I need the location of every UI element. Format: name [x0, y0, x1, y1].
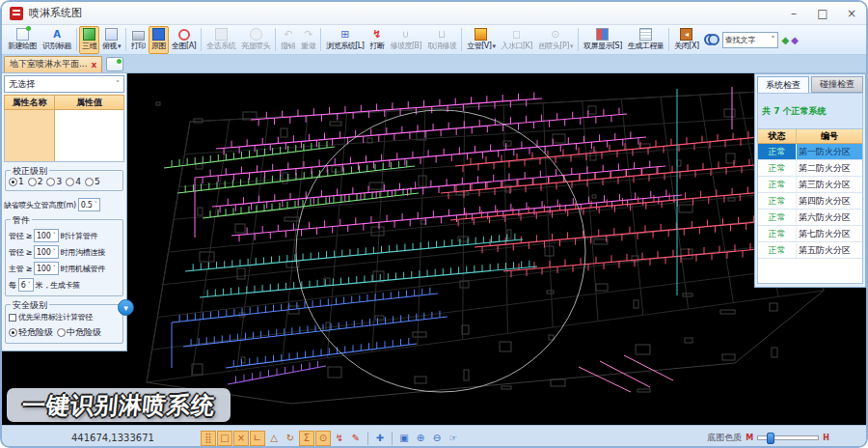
property-grid-name-column — [5, 110, 55, 161]
cube-3d-icon — [83, 28, 95, 41]
pen-icon[interactable]: ✎ — [348, 431, 364, 446]
riser-button[interactable]: 立管[V]▾ — [464, 26, 498, 54]
rotate-snap-icon[interactable]: ↻ — [283, 431, 298, 446]
select-all-systems-button[interactable]: 全选系统 — [203, 26, 238, 54]
chevron-down-icon[interactable]: ▾ — [570, 42, 573, 51]
light-hazard-radio[interactable]: 轻危险级 — [9, 326, 53, 339]
default-riser-label: 缺省喷头立管高度(m) — [4, 200, 76, 210]
brightness-slider-thumb[interactable] — [767, 433, 774, 444]
chevron-down-icon[interactable]: ▾ — [492, 42, 495, 51]
background-brightness-control: 底图色质 M H — [707, 432, 829, 444]
correction-radio-1[interactable]: 1 — [9, 177, 24, 186]
slope-icon: ∪ — [399, 28, 412, 41]
tab-system-check[interactable]: 系统检查 — [757, 76, 809, 93]
zoom-in-icon[interactable]: ⊕ — [413, 431, 428, 446]
minimize-button[interactable]: – — [779, 3, 808, 24]
view-3d-button[interactable]: 三维 — [79, 26, 99, 54]
property-name-header: 属性名称 — [4, 95, 54, 110]
correction-radio-2[interactable]: 2 — [28, 177, 43, 186]
document-tab[interactable]: 地下室喷淋水平面... x — [4, 56, 102, 72]
drawing-canvas[interactable] — [2, 73, 866, 425]
cross-snap-icon[interactable]: × — [233, 431, 249, 446]
sum-icon[interactable]: Σ — [299, 431, 314, 446]
promo-caption: 一键识别淋喷系统 — [7, 388, 231, 422]
zoom-out-icon[interactable]: ⊖ — [429, 431, 445, 446]
selection-dropdown[interactable]: 无选择 ˅ — [4, 75, 124, 93]
panel-collapse-button[interactable]: ▾ — [118, 299, 134, 316]
undo-button[interactable]: ↶ 撤销 — [278, 26, 298, 54]
full-extent-icon — [178, 29, 190, 41]
fitting-diameter-combo[interactable]: 100˅ — [34, 229, 59, 242]
undo-icon: ↶ — [282, 28, 294, 41]
zoom-window-icon[interactable]: ▣ — [396, 431, 412, 446]
toolbar: 新建绘图 A 识别标题 三维 俯视▾ 打印 原图 全图[A] 全选系统 亮显喷头 — [2, 25, 866, 55]
highlight-sprinkler-icon — [250, 28, 262, 41]
radio-icon — [57, 328, 66, 337]
radio-icon — [9, 178, 17, 186]
find-next-button[interactable]: ◆ — [791, 35, 799, 45]
lightning-icon[interactable]: ↯ — [332, 431, 347, 446]
ortho-snap-icon[interactable]: □ — [217, 431, 232, 446]
clamp-interval-combo[interactable]: 6˅ — [18, 278, 34, 292]
cancel-slope-button[interactable]: ⊔ 取消修坡 — [424, 26, 459, 54]
generate-quantity-button[interactable]: 生成工程量 — [625, 26, 667, 54]
fittings-group: 管件 管径 ≥ 100˅ 时计算管件 管径 ≥ 100˅ 时用沟槽连接 主管 ≥… — [5, 219, 123, 296]
new-tab-button[interactable] — [106, 57, 123, 71]
close-doc-button[interactable]: ◂ 关闭[X] — [671, 26, 701, 54]
quantity-icon — [639, 28, 652, 41]
origin-image-button[interactable]: 原图 — [149, 26, 169, 54]
chevron-down-icon: ˅ — [52, 265, 55, 272]
correction-radio-3[interactable]: 3 — [46, 177, 62, 186]
grid-snap-icon[interactable]: ⣿ — [201, 431, 216, 446]
redo-button[interactable]: ↷ 重做 — [298, 26, 318, 54]
brightness-slider-track[interactable] — [757, 435, 819, 440]
window-title: 喷淋系统图 — [29, 6, 82, 20]
highlight-sprinkler-button[interactable]: 亮显喷头 — [238, 26, 273, 54]
table-row[interactable]: 正常 第二防火分区 — [758, 160, 862, 177]
new-drawing-button[interactable]: 新建绘图 — [5, 26, 40, 54]
binoculars-icon — [704, 34, 719, 44]
draw-sprinkler-button[interactable]: ⊙ 画喷头[P]▾ — [535, 26, 576, 54]
maximize-button[interactable]: □ — [808, 3, 837, 24]
find-text-combo[interactable]: 查找文字 ˅ — [722, 32, 778, 48]
tab-close-icon[interactable]: x — [92, 60, 97, 70]
close-doc-icon: ◂ — [680, 28, 692, 41]
correction-radio-5[interactable]: 5 — [85, 177, 100, 186]
brightness-min: M — [746, 434, 753, 442]
triangle-snap-icon[interactable]: △ — [266, 431, 282, 446]
medium-hazard-radio[interactable]: 中危险级 — [57, 326, 101, 339]
full-extent-button[interactable]: 全图[A] — [169, 26, 199, 54]
axis-icon[interactable]: ✚ — [372, 431, 388, 446]
table-row[interactable]: 正常 第五防火分区 — [758, 242, 862, 259]
main-pipe-combo[interactable]: 100˅ — [34, 262, 59, 275]
correction-radio-4[interactable]: 4 — [66, 177, 81, 186]
chevron-down-icon[interactable]: ▾ — [118, 42, 121, 51]
table-row[interactable]: 正常 第六防火分区 — [758, 210, 862, 226]
groove-diameter-combo[interactable]: 100˅ — [34, 245, 59, 259]
pan-icon[interactable]: ☞ — [446, 431, 461, 446]
table-row[interactable]: 正常 第四防火分区 — [758, 193, 862, 210]
browse-system-button[interactable]: ⊞ 浏览系统[L] — [323, 26, 366, 54]
close-button[interactable]: × — [837, 3, 866, 24]
print-button[interactable]: 打印 — [128, 26, 149, 54]
priority-checkbox[interactable] — [9, 314, 16, 322]
recognize-title-button[interactable]: A 识别标题 — [40, 26, 74, 54]
default-riser-combo[interactable]: 0.5 ˅ — [78, 198, 100, 211]
origin-image-icon — [152, 28, 165, 41]
water-inlet-button[interactable]: ◻ 入水口[K] — [498, 26, 535, 54]
find-prev-button[interactable]: ◆ — [782, 35, 790, 45]
table-row[interactable]: 正常 第三防火分区 — [758, 177, 862, 193]
chevron-down-icon: ˅ — [116, 80, 120, 89]
table-row[interactable]: 正常 第七防火分区 — [758, 226, 862, 242]
separator — [668, 28, 669, 51]
slope-button[interactable]: ∪ 修坡度[B] — [387, 26, 424, 54]
center-snap-icon[interactable]: ⊙ — [315, 431, 331, 446]
top-view-button[interactable]: 俯视▾ — [99, 26, 123, 54]
break-button[interactable]: ↯ 打断 — [366, 26, 387, 54]
table-row[interactable]: 正常 第一防火分区 — [758, 144, 862, 160]
angle-snap-icon[interactable]: ∟ — [250, 431, 265, 446]
tab-collision-check[interactable]: 碰撞检查 — [811, 76, 863, 93]
check-panel: 系统检查 碰撞检查 共 7 个正常系统 状态 编号 正常 第一防火分区 正常 第… — [754, 73, 866, 288]
dual-screen-button[interactable]: 双屏显示[S] — [581, 26, 625, 54]
brightness-label: 底图色质 — [707, 432, 742, 444]
